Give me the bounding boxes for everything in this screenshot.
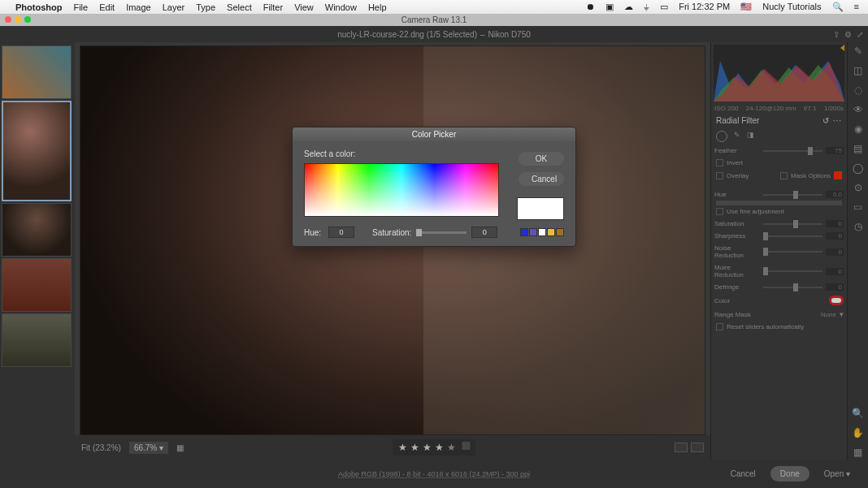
dlg-hue-label: Hue:: [304, 228, 323, 237]
cloud-icon: ☁: [624, 2, 633, 12]
menu-icon[interactable]: ≡: [854, 2, 859, 11]
menu-type[interactable]: Type: [196, 2, 215, 12]
dlg-cancel-button[interactable]: Cancel: [519, 172, 564, 186]
menu-app[interactable]: Photoshop: [15, 2, 62, 12]
feather-slider[interactable]: [763, 150, 822, 152]
sat-value[interactable]: 0: [826, 220, 844, 227]
before-after-icon[interactable]: [675, 443, 688, 452]
feather-value[interactable]: 75: [826, 147, 844, 154]
panel-menu-icon[interactable]: ···: [833, 116, 842, 125]
reset-label: Reset sliders automatically: [727, 323, 804, 330]
user-label: Nucly Tutorials: [762, 2, 821, 11]
hue-label: Hue: [714, 191, 760, 198]
rangemask-dropdown[interactable]: None: [821, 311, 836, 318]
usefine-checkbox[interactable]: [716, 208, 723, 215]
thumbnail-2[interactable]: [2, 101, 72, 201]
menu-layer[interactable]: Layer: [163, 2, 185, 12]
eraser-icon[interactable]: ◨: [747, 131, 754, 142]
settings-icon[interactable]: ⚙: [844, 30, 852, 39]
thumbnail-1[interactable]: [2, 45, 72, 99]
cancel-button[interactable]: Cancel: [721, 466, 766, 482]
star-4-icon[interactable]: ★: [435, 442, 444, 453]
tool-strip: ✎ ◫ ◌ 👁 ◉ ▤ ◯ ⊙ ▭ ◷ 🔍 ✋ ▦: [847, 42, 868, 460]
maskopt-swatch[interactable]: [834, 171, 842, 179]
file-metadata[interactable]: Adobe RGB (1998) - 8 bit - 4016 x 6016 (…: [338, 470, 530, 478]
heal-icon[interactable]: ◌: [852, 84, 865, 97]
dlg-sat-input[interactable]: [471, 227, 497, 238]
presets-icon[interactable]: ▭: [852, 201, 865, 214]
star-5-icon[interactable]: ★: [447, 442, 456, 453]
undo-icon[interactable]: ↺: [822, 116, 830, 125]
edit-icon[interactable]: ✎: [852, 45, 865, 58]
ok-button[interactable]: OK: [519, 152, 564, 166]
menu-image[interactable]: Image: [126, 2, 151, 12]
dlg-sat-slider[interactable]: [416, 231, 467, 234]
noise-slider[interactable]: [763, 251, 822, 253]
thumbnail-3[interactable]: [2, 203, 72, 257]
fit-label[interactable]: Fit (23.2%): [81, 443, 121, 452]
moire-value[interactable]: 0: [826, 268, 844, 275]
compare-icon[interactable]: [691, 443, 704, 452]
localadj-icon[interactable]: ◉: [852, 123, 865, 136]
rulers-icon[interactable]: ▦: [852, 447, 865, 460]
star-2-icon[interactable]: ★: [410, 442, 419, 453]
upload-icon[interactable]: ⇪: [833, 30, 840, 39]
fullscreen-icon[interactable]: ⤢: [857, 30, 863, 39]
redeye-icon[interactable]: ⊙: [852, 182, 865, 195]
swatch-3[interactable]: [538, 228, 546, 236]
flag-none-icon[interactable]: [462, 442, 471, 450]
dlg-hue-input[interactable]: [328, 227, 354, 238]
menu-filter[interactable]: Filter: [263, 2, 283, 12]
noise-value[interactable]: 0: [826, 248, 844, 256]
reset-checkbox[interactable]: [716, 323, 723, 330]
brush-icon[interactable]: ✎: [734, 131, 740, 142]
spotlight-icon[interactable]: 🔍: [832, 2, 844, 12]
color-swatch[interactable]: [829, 296, 844, 305]
done-button[interactable]: Done: [770, 466, 809, 482]
menu-select[interactable]: Select: [227, 2, 252, 12]
sharp-slider[interactable]: [763, 235, 822, 237]
maskopt-checkbox[interactable]: [780, 172, 788, 179]
grid-icon[interactable]: ▦: [176, 443, 184, 452]
menu-help[interactable]: Help: [368, 2, 387, 12]
swatch-2[interactable]: [529, 228, 537, 236]
star-rating[interactable]: ★ ★ ★ ★ ★: [393, 439, 475, 456]
cr-document-header: nucly-LR-course-22.dng (1/5 Selected) – …: [0, 26, 868, 42]
traffic-lights[interactable]: [5, 16, 31, 23]
maskopt-label: Mask Options: [791, 172, 831, 179]
sharp-value[interactable]: 0: [826, 232, 844, 240]
swatch-1[interactable]: [520, 228, 528, 236]
zoom-icon[interactable]: 🔍: [852, 408, 865, 421]
menu-window[interactable]: Window: [325, 2, 357, 12]
menu-edit[interactable]: Edit: [99, 2, 115, 12]
star-1-icon[interactable]: ★: [398, 442, 407, 453]
recent-swatches[interactable]: [520, 228, 564, 236]
swatch-5[interactable]: [556, 228, 564, 236]
swatch-4[interactable]: [547, 228, 555, 236]
thumbnail-5[interactable]: [2, 313, 72, 367]
overlay-checkbox[interactable]: [716, 172, 723, 179]
camera-model: Nikon D750: [488, 30, 531, 39]
star-3-icon[interactable]: ★: [423, 442, 432, 453]
color-gradient[interactable]: [304, 163, 499, 217]
zoom-dropdown[interactable]: 66.7% ▾: [129, 442, 168, 454]
hue-value[interactable]: 0.0: [826, 191, 844, 198]
hue-slider[interactable]: [763, 194, 822, 196]
radial-icon[interactable]: ◯: [852, 162, 865, 175]
menu-file[interactable]: File: [73, 2, 88, 12]
invert-checkbox[interactable]: [716, 159, 723, 166]
crop-icon[interactable]: ◫: [852, 65, 865, 78]
menu-view[interactable]: View: [294, 2, 314, 12]
moire-slider[interactable]: [763, 270, 822, 272]
eye-icon[interactable]: 👁: [852, 104, 865, 117]
open-button[interactable]: Open ▾: [814, 466, 860, 482]
gradient-icon[interactable]: ▤: [852, 143, 865, 156]
color-label: Color: [714, 297, 760, 304]
defringe-slider[interactable]: [763, 287, 822, 288]
snapshot-icon[interactable]: ◷: [852, 221, 865, 234]
hand-icon[interactable]: ✋: [852, 427, 865, 440]
new-mask-icon[interactable]: [716, 131, 727, 142]
thumbnail-4[interactable]: [2, 258, 72, 312]
defringe-value[interactable]: 0: [826, 283, 844, 291]
sat-slider[interactable]: [763, 223, 822, 225]
